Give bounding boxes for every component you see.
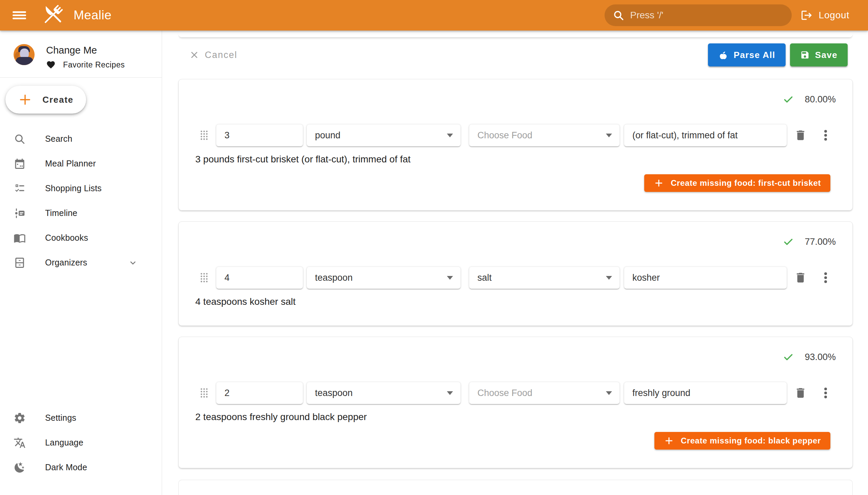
ingredient-card: 93.00% [178, 337, 853, 468]
check-icon [783, 94, 794, 105]
parse-all-button[interactable]: Parse All [708, 44, 786, 66]
cancel-label: Cancel [205, 50, 237, 61]
food-select[interactable] [469, 267, 620, 289]
global-search[interactable] [605, 4, 792, 26]
search-input[interactable] [630, 10, 784, 21]
heart-icon [46, 60, 56, 69]
food-input[interactable] [469, 124, 619, 146]
original-ingredient-text: 4 teaspoons kosher salt [195, 296, 852, 307]
sidebar-item-cookbooks[interactable]: Cookbooks [0, 225, 162, 250]
book-open-icon [14, 232, 26, 244]
more-options-button[interactable] [821, 128, 830, 143]
sidebar-item-settings[interactable]: Settings [0, 406, 162, 430]
menu-icon[interactable] [11, 8, 28, 22]
chevron-down-icon [128, 258, 138, 268]
delete-button[interactable] [794, 270, 807, 285]
timeline-icon [14, 207, 26, 219]
previous-card-bottom-edge [178, 31, 853, 38]
confidence-row: 80.00% [179, 94, 836, 104]
save-disk-icon [800, 50, 810, 60]
ingredient-input-row [200, 382, 839, 404]
create-missing-food-label: Create missing food: black pepper [681, 436, 821, 445]
checklist-icon [14, 183, 26, 194]
unit-select[interactable] [307, 124, 461, 147]
food-select[interactable] [469, 382, 620, 404]
delete-button[interactable] [794, 128, 807, 143]
create-button[interactable]: Create [5, 86, 86, 114]
missing-food-row: Create missing food: first-cut brisket [179, 174, 830, 192]
plus-icon [18, 92, 32, 107]
sidebar-footer: Settings Language Dark Mode [0, 406, 162, 495]
mealie-logo-icon[interactable] [39, 2, 66, 29]
drag-handle-icon[interactable] [200, 387, 208, 399]
check-icon [783, 352, 794, 362]
unit-input[interactable] [307, 267, 460, 289]
unit-select[interactable] [307, 267, 461, 289]
delete-button[interactable] [794, 386, 807, 400]
sidebar-item-search[interactable]: Search [0, 126, 162, 151]
save-button[interactable]: Save [790, 44, 848, 66]
confidence-row: 93.00% [179, 352, 836, 362]
logout-button[interactable]: Logout [801, 9, 849, 21]
sidebar-item-organizers[interactable]: Organizers [0, 250, 162, 275]
confidence-row: 77.00% [179, 237, 836, 247]
confidence-value: 80.00% [805, 94, 836, 105]
quantity-input[interactable] [216, 267, 303, 289]
cancel-button[interactable]: Cancel [189, 50, 237, 61]
sidebar-item-timeline[interactable]: Timeline [0, 201, 162, 225]
ingredient-input-row [200, 267, 839, 289]
avatar [14, 44, 35, 65]
unit-select[interactable] [307, 382, 461, 404]
food-select[interactable] [469, 124, 620, 147]
note-field [624, 267, 787, 289]
logout-icon [801, 9, 813, 21]
moon-icon [14, 461, 26, 474]
ingredient-card: 80.00% [178, 79, 853, 210]
unit-input[interactable] [307, 124, 460, 146]
drag-handle-icon[interactable] [200, 129, 208, 141]
logout-label: Logout [819, 10, 849, 21]
translate-icon [14, 437, 26, 449]
create-missing-food-button[interactable]: Create missing food: black pepper [654, 432, 830, 449]
drag-handle-icon[interactable] [200, 272, 208, 284]
sidebar-item-shopping-lists[interactable]: Shopping Lists [0, 176, 162, 201]
gear-icon [14, 412, 26, 424]
favorite-recipes-label: Favorite Recipes [63, 61, 125, 69]
magnify-icon [14, 133, 26, 145]
unit-input[interactable] [307, 382, 460, 404]
ingredient-card: 77.00% [178, 221, 853, 326]
confidence-value: 93.00% [805, 352, 836, 362]
quantity-input[interactable] [216, 382, 303, 404]
save-label: Save [815, 50, 837, 61]
favorite-recipes-link[interactable]: Favorite Recipes [46, 60, 125, 69]
note-input[interactable] [624, 382, 787, 404]
parse-all-label: Parse All [734, 50, 776, 61]
sidebar-divider [0, 77, 162, 78]
cabinet-icon [14, 257, 26, 269]
apple-icon [718, 50, 728, 60]
plus-icon [664, 436, 674, 446]
sidebar-menu: Search Meal Planner [0, 126, 162, 275]
create-missing-food-button[interactable]: Create missing food: first-cut brisket [644, 174, 830, 192]
more-options-button[interactable] [821, 270, 830, 285]
ingredient-input-row [200, 124, 839, 147]
user-block[interactable]: Change Me Favorite Recipes [0, 31, 162, 77]
sidebar-item-meal-planner[interactable]: Meal Planner [0, 151, 162, 176]
check-icon [783, 236, 794, 247]
next-card-top-edge [178, 480, 853, 495]
close-icon [189, 50, 199, 60]
missing-food-row: Create missing food: black pepper [179, 432, 830, 449]
sidebar-item-language[interactable]: Language [0, 430, 162, 455]
sidebar-item-dark-mode[interactable]: Dark Mode [0, 455, 162, 480]
quantity-field [216, 124, 303, 147]
note-input[interactable] [624, 124, 787, 146]
note-input[interactable] [624, 267, 787, 289]
calendar-icon [14, 158, 26, 170]
more-options-button[interactable] [821, 386, 830, 400]
original-ingredient-text: 3 pounds first-cut brisket (or flat-cut)… [195, 154, 852, 165]
food-input[interactable] [469, 267, 619, 289]
sidebar: Change Me Favorite Recipes Create [0, 31, 162, 495]
main-content: Cancel Parse All Save [162, 31, 868, 495]
quantity-input[interactable] [216, 124, 303, 146]
food-input[interactable] [469, 382, 619, 404]
